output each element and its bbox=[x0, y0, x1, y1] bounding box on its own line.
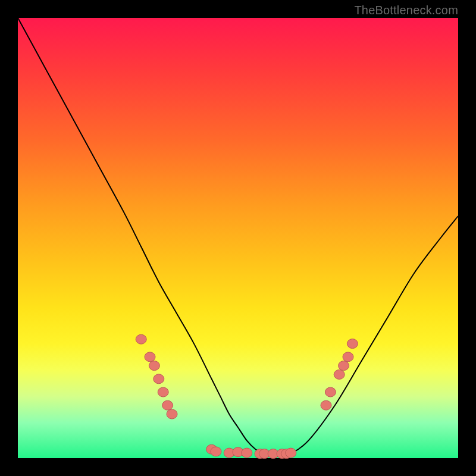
curve-marker bbox=[334, 369, 345, 379]
chart-frame: TheBottleneck.com bbox=[0, 0, 476, 476]
plot-area bbox=[18, 18, 458, 458]
curve-marker bbox=[339, 361, 349, 371]
curve-marker bbox=[211, 447, 221, 456]
curve-line bbox=[18, 18, 458, 456]
curve-marker bbox=[154, 374, 164, 384]
curve-marker bbox=[162, 400, 173, 410]
curve-marker bbox=[149, 361, 159, 371]
watermark-text: TheBottleneck.com bbox=[354, 4, 458, 17]
curve-marker bbox=[242, 448, 252, 458]
curve-marker bbox=[158, 387, 168, 397]
curve-marker bbox=[167, 409, 177, 419]
curve-marker bbox=[145, 352, 155, 362]
curve-marker bbox=[136, 334, 146, 344]
curve-marker bbox=[286, 448, 296, 458]
curve-marker bbox=[325, 387, 336, 397]
curve-marker bbox=[321, 400, 331, 410]
curve-marker bbox=[347, 339, 358, 349]
curve-marker bbox=[343, 352, 353, 362]
chart-svg bbox=[18, 18, 458, 458]
